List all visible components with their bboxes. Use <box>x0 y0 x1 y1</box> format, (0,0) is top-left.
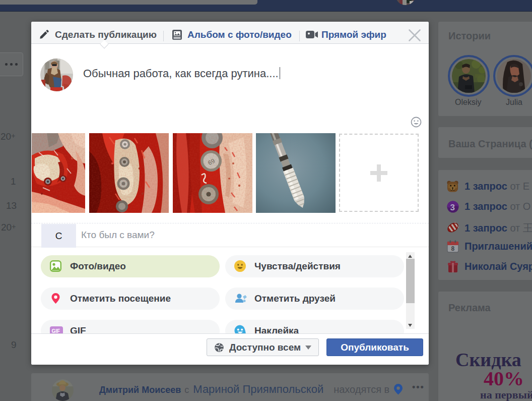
svg-text:8: 8 <box>451 245 455 252</box>
svg-text:GIF: GIF <box>52 328 60 333</box>
svg-text:3: 3 <box>450 203 455 212</box>
